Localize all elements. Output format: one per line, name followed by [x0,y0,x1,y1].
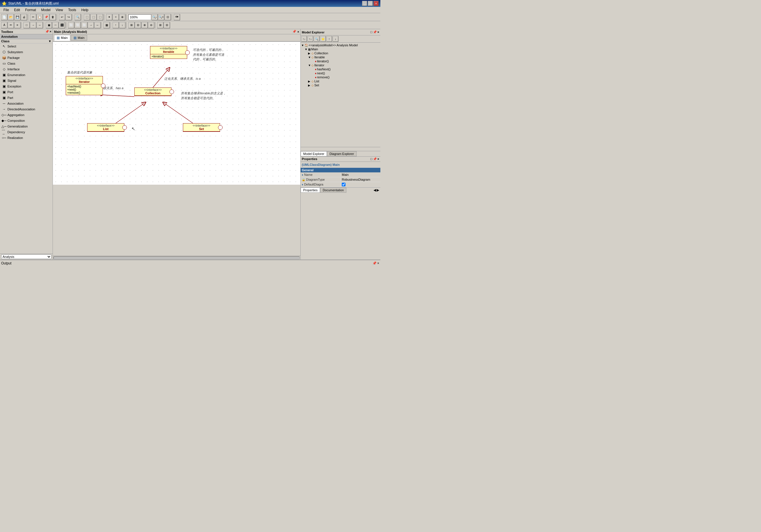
tree-set[interactable]: ▶ ◇ Set [308,83,380,87]
diagram-canvas[interactable]: 集合的迭代器对象 关联关系、has a 可迭代的，可遍历的，所有集合元素都是可迭… [53,42,300,185]
undo-button[interactable]: ↩ [59,14,65,20]
connect-button[interactable]: ↔ [36,22,43,28]
explorer-sort-asc-btn[interactable]: ↑↓ [301,36,307,42]
toolbox-item-subsystem[interactable]: ⬡ Subsystem [0,49,53,55]
print-button[interactable]: 🖨 [21,14,27,20]
diagram-canvas-scroll[interactable]: 集合的迭代器对象 关联关系、has a 可迭代的，可遍历的，所有集合元素都是可迭… [53,42,300,256]
toolbox-item-dependency[interactable]: ⋯→ Dependency [0,129,53,135]
redo-button[interactable]: ↪ [65,14,72,20]
uml-node-iterable[interactable]: <<interface>> Iterable +iterator() [150,46,187,59]
defaultdiagram-checkbox[interactable] [342,183,345,186]
tree-main-expand[interactable]: ▼ [305,48,308,51]
model-explorer-close-icon[interactable]: × [378,30,379,34]
arrange4[interactable]: ⬜ [81,22,88,28]
explorer-scrollbar[interactable] [301,147,380,151]
toolbox-item-select[interactable]: ↖ Select [0,43,53,49]
tool4[interactable]: ✦ [106,14,112,20]
arrange3[interactable]: ⬜ [75,22,81,28]
toolbox-item-interface[interactable]: ◇ Interface [0,66,53,72]
uml-node-iterator[interactable]: <<interface>> Iterator +hasNext()+next()… [66,76,103,95]
uml-node-collection[interactable]: <<interface>> Collection [134,88,171,96]
toolbox-close-icon[interactable]: × [50,30,51,33]
explorer-sort-desc-btn[interactable]: ↑↓ [308,36,313,42]
zoom-out-button[interactable]: 🔍- [151,14,158,20]
arrange11[interactable]: ⊟ [135,22,141,28]
toolbox-item-directedassociation[interactable]: → DirectedAssociation [0,106,53,112]
toolbox-item-aggregation[interactable]: ◇─ Aggregation [0,112,53,118]
arrange7[interactable]: ▦ [103,22,110,28]
menu-format[interactable]: Format [23,7,38,13]
model-explorer-dock-icon[interactable]: □ [370,30,372,34]
prop-val-name[interactable]: Main [341,172,380,177]
tree-root[interactable]: ▼ 🏠 <<analysisModel>> Analysis Model [301,43,380,47]
properties-tab-prev-icon[interactable]: ◀ [374,188,376,192]
toolbox-item-signal[interactable]: ▣ Signal [0,78,53,84]
minimize-button[interactable]: _ [362,1,367,6]
toolbox-item-port[interactable]: ▣ Port [0,89,53,95]
tree-iterator-method[interactable]: ♦ iterator() [312,59,380,63]
arrange6[interactable]: ↔ [94,22,100,28]
toolbox-item-association[interactable]: ─ Association [0,101,53,106]
find-button[interactable]: 🔍 [75,14,81,20]
zoom-fit[interactable]: ⊡ [165,14,171,20]
tab-documentation[interactable]: Documentation [320,188,346,193]
tool3[interactable]: ⬚ [97,14,103,20]
toolbox-item-realization[interactable]: ○─ Realization [0,135,53,141]
toolbox-item-enumeration[interactable]: ▣ Enumeration [0,72,53,78]
paste-button[interactable]: 📌 [43,14,49,20]
tree-root-expand[interactable]: ▼ [301,44,304,47]
tool5[interactable]: ✧ [113,14,119,20]
tree-list[interactable]: ▶ ◇ List [308,79,380,83]
toolbox-category-select[interactable]: Analysis [1,255,51,259]
fill-button[interactable]: ▣ [46,22,52,28]
save-button[interactable]: 💾 [14,14,21,20]
align-button[interactable]: ≡ [14,22,21,28]
arrange5[interactable]: → [88,22,94,28]
tree-iterator-expand[interactable]: ▼ [308,64,311,67]
explorer-star-btn[interactable]: ⭐ [320,36,326,42]
toolbox-item-package[interactable]: 📦 Package [0,55,53,61]
properties-dock-icon[interactable]: □ [370,157,372,161]
arrange14[interactable]: ⊞ [157,22,163,28]
new-button[interactable]: 📄 [1,14,7,20]
menu-tools[interactable]: Tools [66,7,79,13]
model-explorer-pin-icon[interactable]: 📌 [373,30,377,34]
tool1[interactable]: ⬚ [84,14,90,20]
tree-collection-expand[interactable]: ▶ [308,52,311,55]
arrange9[interactable]: ↓ [119,22,125,28]
prop-val-defaultdiagram[interactable] [341,182,380,187]
diagram-header-pin-icon[interactable]: 📌 [292,30,296,33]
tree-next[interactable]: ♦ next() [312,71,380,75]
explorer-filter-btn[interactable]: 🔍 [314,36,320,42]
toolbox-item-class[interactable]: ▭ Class [0,61,53,66]
menu-help[interactable]: Help [79,7,91,13]
diagram-header-close-icon[interactable]: × [298,30,299,33]
arrow-button[interactable]: → [30,22,36,28]
explorer-down-btn[interactable]: ↓ [333,36,338,42]
tool2[interactable]: ⬚ [90,14,96,20]
uml-node-set[interactable]: <<interface>> Set [183,123,220,132]
tree-iterable[interactable]: ▼ ◇ Iterable [308,55,380,59]
tree-collection[interactable]: ▶ ◇ Collection [308,51,380,55]
tool7[interactable]: 🗺 [174,14,180,20]
tab-properties[interactable]: Properties [301,188,320,193]
tree-main[interactable]: ▼ ▦ Main [305,47,380,51]
close-button[interactable]: × [374,1,379,6]
menu-view[interactable]: View [53,7,65,13]
tree-hasnext[interactable]: ♦ hasNext() [312,67,380,71]
arrange1[interactable]: ⬛ [59,22,65,28]
properties-pin-icon[interactable]: 📌 [373,157,377,161]
menu-edit[interactable]: Edit [12,7,22,13]
output-close-icon[interactable]: × [377,261,379,265]
uml-node-list[interactable]: <<interface>> List [87,123,124,132]
tree-set-expand[interactable]: ▶ [308,84,311,87]
tab-diagram-explorer[interactable]: Diagram Explorer [327,151,357,156]
tree-list-expand[interactable]: ▶ [308,80,311,83]
properties-tab-next-icon[interactable]: ▶ [377,188,379,192]
toolbox-item-part[interactable]: ▣ Part [0,95,53,101]
arrange15[interactable]: ⊟ [164,22,170,28]
toolbox-item-generalization[interactable]: △─ Generalization [0,124,53,129]
toolbox-class-category[interactable]: Class ▼ [0,39,53,43]
properties-close-icon[interactable]: × [378,157,379,161]
explorer-up-btn[interactable]: ↑ [326,36,332,42]
